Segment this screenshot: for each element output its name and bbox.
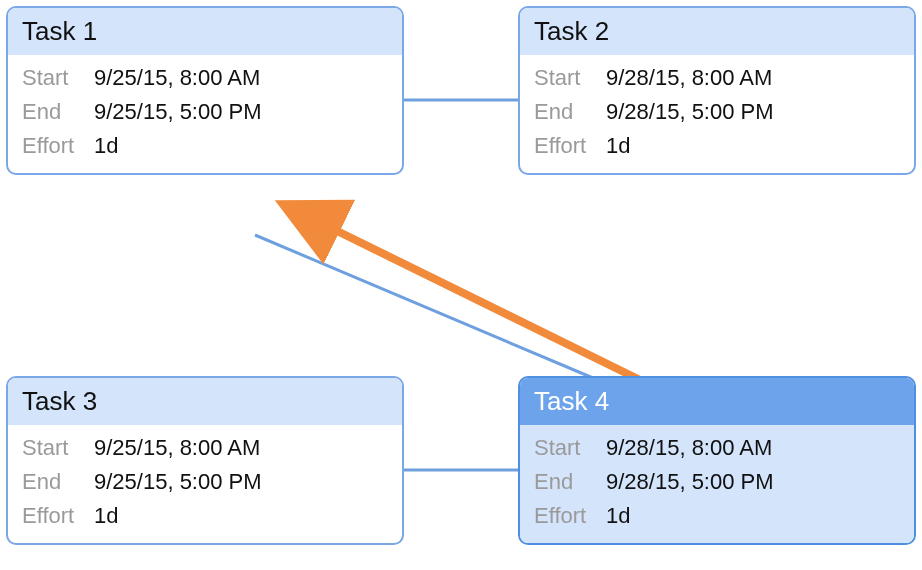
task-title: Task 3: [8, 378, 402, 425]
row-label-end: End: [22, 99, 94, 125]
task-title: Task 2: [520, 8, 914, 55]
task-body: Start 9/28/15, 8:00 AM End 9/28/15, 5:00…: [520, 55, 914, 173]
row-value-end: 9/28/15, 5:00 PM: [606, 469, 774, 495]
task-card-task3[interactable]: Task 3 Start 9/25/15, 8:00 AM End 9/25/1…: [6, 376, 404, 545]
task-body: Start 9/28/15, 8:00 AM End 9/28/15, 5:00…: [520, 425, 914, 543]
task-row-effort: Effort 1d: [22, 129, 388, 163]
row-value-effort: 1d: [606, 503, 630, 529]
row-value-effort: 1d: [606, 133, 630, 159]
row-value-effort: 1d: [94, 133, 118, 159]
row-label-start: Start: [22, 435, 94, 461]
task-row-start: Start 9/25/15, 8:00 AM: [22, 61, 388, 95]
task-row-start: Start 9/28/15, 8:00 AM: [534, 61, 900, 95]
row-value-effort: 1d: [94, 503, 118, 529]
row-value-start: 9/25/15, 8:00 AM: [94, 435, 260, 461]
row-label-start: Start: [534, 65, 606, 91]
task-title: Task 4: [520, 378, 914, 425]
task-row-end: End 9/28/15, 5:00 PM: [534, 465, 900, 499]
drag-arrow-icon: [325, 225, 640, 380]
row-value-start: 9/25/15, 8:00 AM: [94, 65, 260, 91]
row-label-effort: Effort: [22, 133, 94, 159]
task-row-effort: Effort 1d: [534, 499, 900, 533]
row-label-end: End: [22, 469, 94, 495]
task-row-end: End 9/25/15, 5:00 PM: [22, 95, 388, 129]
task-row-end: End 9/25/15, 5:00 PM: [22, 465, 388, 499]
row-label-effort: Effort: [22, 503, 94, 529]
row-label-end: End: [534, 99, 606, 125]
row-value-end: 9/25/15, 5:00 PM: [94, 469, 262, 495]
task-body: Start 9/25/15, 8:00 AM End 9/25/15, 5:00…: [8, 55, 402, 173]
row-value-start: 9/28/15, 8:00 AM: [606, 65, 772, 91]
row-value-end: 9/25/15, 5:00 PM: [94, 99, 262, 125]
task-title: Task 1: [8, 8, 402, 55]
row-value-start: 9/28/15, 8:00 AM: [606, 435, 772, 461]
task-row-end: End 9/28/15, 5:00 PM: [534, 95, 900, 129]
row-label-start: Start: [534, 435, 606, 461]
task-body: Start 9/25/15, 8:00 AM End 9/25/15, 5:00…: [8, 425, 402, 543]
row-label-start: Start: [22, 65, 94, 91]
connector-pending-line: [255, 235, 593, 378]
row-label-effort: Effort: [534, 503, 606, 529]
row-value-end: 9/28/15, 5:00 PM: [606, 99, 774, 125]
task-row-effort: Effort 1d: [22, 499, 388, 533]
task-card-task2[interactable]: Task 2 Start 9/28/15, 8:00 AM End 9/28/1…: [518, 6, 916, 175]
row-label-end: End: [534, 469, 606, 495]
task-network-diagram: Task 1 Start 9/25/15, 8:00 AM End 9/25/1…: [0, 0, 922, 570]
row-label-effort: Effort: [534, 133, 606, 159]
task-row-start: Start 9/25/15, 8:00 AM: [22, 431, 388, 465]
task-row-start: Start 9/28/15, 8:00 AM: [534, 431, 900, 465]
task-card-task1[interactable]: Task 1 Start 9/25/15, 8:00 AM End 9/25/1…: [6, 6, 404, 175]
task-row-effort: Effort 1d: [534, 129, 900, 163]
task-card-task4[interactable]: Task 4 Start 9/28/15, 8:00 AM End 9/28/1…: [518, 376, 916, 545]
